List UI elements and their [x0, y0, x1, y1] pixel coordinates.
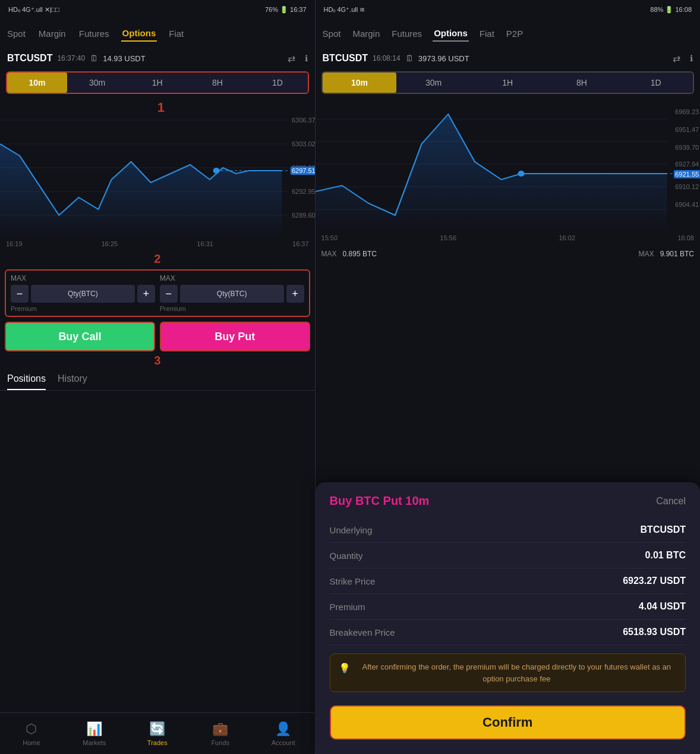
modal-label-underlying: Underlying	[330, 525, 373, 535]
notice-bulb-icon: 💡	[339, 662, 351, 674]
markets-icon: 📊	[86, 721, 102, 737]
buy-call-button[interactable]: Buy Call	[5, 322, 155, 351]
home-icon: ⬡	[26, 721, 37, 737]
qty-plus-put[interactable]: +	[286, 285, 304, 303]
nav-account[interactable]: 👤 Account	[252, 713, 315, 754]
order-max-label-right: MAX	[639, 250, 654, 258]
svg-text:6939.70: 6939.70	[675, 144, 699, 151]
order-premium-put: Premium	[160, 305, 304, 312]
nav-futures-left[interactable]: Futures	[78, 26, 111, 41]
interval-1h-right[interactable]: 1H	[471, 73, 545, 93]
svg-point-6	[213, 168, 220, 174]
right-panel: HD₀ 4G⁺.ull ≋ 88% 🔋 16:08 Spot Margin Fu…	[316, 0, 700, 754]
nav-margin-right[interactable]: Margin	[351, 26, 381, 41]
r-time-3: 16:08	[677, 234, 694, 244]
nav-markets[interactable]: 📊 Markets	[63, 713, 126, 754]
svg-text:6910.12: 6910.12	[675, 184, 699, 190]
order-qty-right: 9.901 BTC	[660, 250, 694, 258]
modal-label-breakeven: Breakeven Price	[330, 627, 395, 637]
order-qty-row-call: − Qty(BTC) +	[11, 285, 155, 303]
interval-30m-left[interactable]: 30m	[67, 73, 127, 93]
modal-label-strike: Strike Price	[330, 576, 376, 586]
interval-1d-right[interactable]: 1D	[619, 73, 693, 93]
nav-p2p-right[interactable]: P2P	[505, 26, 524, 41]
nav-spot-right[interactable]: Spot	[321, 26, 342, 41]
svg-text:6306.37: 6306.37	[292, 117, 315, 124]
interval-1d-left[interactable]: 1D	[247, 73, 307, 93]
modal-value-underlying: BTCUSDT	[641, 524, 686, 535]
status-bar-right: HD₀ 4G⁺.ull ≋ 88% 🔋 16:08	[316, 0, 700, 19]
ticker-time-right: 16:08:14	[373, 54, 401, 62]
modal-value-quantity: 0.01 BTC	[645, 550, 686, 561]
nav-options-right[interactable]: Options	[433, 26, 469, 42]
svg-text:6289.60: 6289.60	[292, 212, 315, 219]
time-label-1: 16:25	[102, 240, 118, 250]
nav-funds[interactable]: 💼 Funds	[189, 713, 252, 754]
svg-text:6297.51: 6297.51	[292, 168, 315, 174]
info-icon-right[interactable]: ℹ	[690, 54, 693, 63]
ticker-row-right: BTCUSDT 16:08:14 🗓 3973.96 USDT ⇄ ℹ	[316, 48, 700, 69]
modal-row-quantity: Quantity 0.01 BTC	[330, 543, 686, 568]
account-icon: 👤	[275, 721, 291, 737]
order-premium-call: Premium	[11, 305, 155, 312]
interval-10m-left[interactable]: 10m	[7, 73, 67, 93]
swap-icon-right[interactable]: ⇄	[673, 53, 680, 64]
status-carrier-left: HD₀ 4G⁺.ull ✕|□□	[8, 6, 59, 14]
modal-title-row: Buy BTC Put 10m Cancel	[330, 494, 686, 508]
order-section-left: MAX − Qty(BTC) + Premium MAX − Qty(BTC) …	[5, 269, 310, 317]
calendar-icon-right: 🗓	[405, 54, 414, 63]
nav-futures-right[interactable]: Futures	[390, 26, 423, 41]
ticker-symbol-right: BTCUSDT	[323, 53, 368, 64]
interval-8h-right[interactable]: 8H	[545, 73, 619, 93]
ticker-row-left: BTCUSDT 16:37:40 🗓 14.93 USDT ⇄ ℹ	[0, 48, 315, 69]
order-qty-left: 0.895 BTC	[343, 250, 377, 258]
trades-icon: 🔄	[149, 721, 165, 737]
bottom-nav-left: ⬡ Home 📊 Markets 🔄 Trades 💼 Funds 👤 Acco…	[0, 712, 315, 754]
interval-8h-left[interactable]: 8H	[187, 73, 247, 93]
svg-text:6921.55: 6921.55	[675, 171, 699, 178]
modal-row-underlying: Underlying BTCUSDT	[330, 517, 686, 543]
modal-label-quantity: Quantity	[330, 551, 363, 561]
order-side-call: MAX − Qty(BTC) + Premium	[11, 274, 155, 312]
modal-label-premium: Premium	[330, 602, 365, 612]
nav-fiat-left[interactable]: Fiat	[168, 26, 185, 41]
ticker-time-left: 16:37:40	[57, 54, 85, 62]
confirm-button[interactable]: Confirm	[330, 705, 686, 740]
trades-label: Trades	[147, 739, 168, 746]
interval-1h-left[interactable]: 1H	[127, 73, 187, 93]
order-max-call: MAX	[11, 274, 155, 282]
time-axis-right: 15:50 15:56 16:02 16:08	[316, 233, 700, 245]
status-battery-right: 88% 🔋 16:08	[650, 6, 692, 14]
modal-row-premium: Premium 4.04 USDT	[330, 594, 686, 620]
tab-history[interactable]: History	[58, 373, 87, 390]
buy-put-button[interactable]: Buy Put	[160, 322, 310, 351]
interval-10m-right[interactable]: 10m	[323, 73, 397, 93]
interval-30m-right[interactable]: 30m	[396, 73, 471, 93]
time-label-0: 16:19	[6, 240, 23, 250]
modal-value-premium: 4.04 USDT	[639, 601, 686, 612]
qty-minus-call[interactable]: −	[11, 285, 29, 303]
nav-options-left[interactable]: Options	[121, 26, 157, 42]
order-qty-row-put: − Qty(BTC) +	[160, 285, 304, 303]
order-max-put: MAX	[160, 274, 304, 282]
tab-positions[interactable]: Positions	[7, 373, 46, 390]
buy-buttons-row: Buy Call Buy Put	[0, 319, 315, 354]
nav-spot-left[interactable]: Spot	[6, 26, 27, 41]
modal-cancel-button[interactable]: Cancel	[656, 496, 686, 507]
r-time-2: 16:02	[559, 234, 575, 244]
info-icon-left[interactable]: ℹ	[305, 54, 308, 63]
modal-row-strike: Strike Price 6923.27 USDT	[330, 568, 686, 594]
swap-icon-left[interactable]: ⇄	[288, 53, 295, 64]
order-max-label-left: MAX	[321, 250, 337, 258]
ticker-price-left: 14.93 USDT	[103, 54, 146, 63]
status-bar-left: HD₀ 4G⁺.ull ✕|□□ 76% 🔋 16:37	[0, 0, 315, 19]
qty-minus-put[interactable]: −	[160, 285, 178, 303]
nav-fiat-right[interactable]: Fiat	[478, 26, 496, 41]
svg-text:6927.94: 6927.94	[675, 161, 699, 168]
nav-home[interactable]: ⬡ Home	[0, 713, 63, 754]
qty-plus-call[interactable]: +	[137, 285, 155, 303]
annotation-2: 2	[0, 252, 315, 266]
nav-trades[interactable]: 🔄 Trades	[126, 713, 189, 754]
nav-margin-left[interactable]: Margin	[37, 26, 67, 41]
chart-svg-right: 6969.23 6951.47 6939.70 6927.94 6921.55 …	[316, 96, 700, 233]
